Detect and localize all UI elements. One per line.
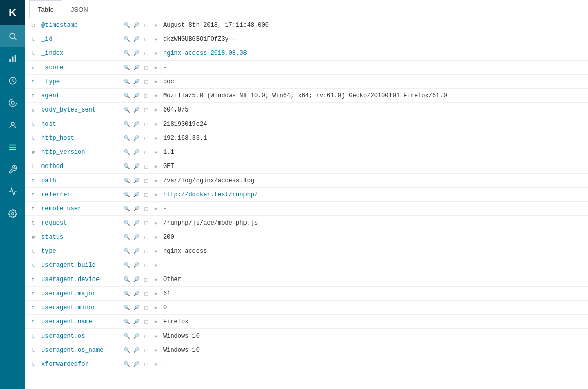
tab-table[interactable]: Table	[29, 0, 62, 18]
columns-icon[interactable]: ◫	[142, 304, 150, 312]
columns-icon[interactable]: ◫	[142, 35, 150, 43]
zoom-out-icon[interactable]: 🔎	[132, 290, 140, 298]
asterisk-icon[interactable]: ✱	[152, 120, 160, 128]
sidebar-item-settings[interactable]	[0, 203, 25, 225]
zoom-out-icon[interactable]: 🔎	[132, 275, 140, 284]
zoom-out-icon[interactable]: 🔎	[132, 247, 140, 255]
columns-icon[interactable]: ◫	[142, 332, 150, 340]
zoom-in-icon[interactable]: 🔍	[123, 191, 131, 199]
sidebar-item-dev-tools[interactable]	[0, 158, 25, 181]
columns-icon[interactable]: ◫	[142, 64, 150, 72]
zoom-in-icon[interactable]: 🔍	[123, 360, 131, 368]
sidebar-item-timelion[interactable]	[0, 92, 25, 114]
asterisk-icon[interactable]: ✱	[152, 219, 160, 227]
zoom-out-icon[interactable]: 🔎	[132, 304, 140, 312]
columns-icon[interactable]: ◫	[142, 233, 150, 241]
asterisk-icon[interactable]: ✱	[152, 318, 160, 326]
columns-icon[interactable]: ◫	[142, 247, 150, 255]
zoom-in-icon[interactable]: 🔍	[123, 332, 131, 340]
asterisk-icon[interactable]: ✱	[152, 360, 160, 368]
sidebar-item-discover[interactable]	[0, 25, 25, 47]
columns-icon[interactable]: ◫	[142, 191, 150, 199]
columns-icon[interactable]: ◫	[142, 78, 150, 86]
zoom-in-icon[interactable]: 🔍	[123, 120, 131, 128]
sidebar-item-dashboard[interactable]	[0, 70, 25, 92]
asterisk-icon[interactable]: ✱	[152, 49, 160, 58]
zoom-in-icon[interactable]: 🔍	[123, 233, 131, 241]
zoom-in-icon[interactable]: 🔍	[123, 21, 131, 29]
zoom-in-icon[interactable]: 🔍	[123, 261, 131, 269]
asterisk-icon[interactable]: ✱	[152, 261, 160, 269]
zoom-out-icon[interactable]: 🔎	[132, 106, 140, 114]
zoom-in-icon[interactable]: 🔍	[123, 35, 131, 43]
columns-icon[interactable]: ◫	[142, 261, 150, 269]
zoom-out-icon[interactable]: 🔎	[132, 78, 140, 86]
zoom-out-icon[interactable]: 🔎	[132, 92, 140, 100]
asterisk-icon[interactable]: ✱	[152, 275, 160, 284]
zoom-out-icon[interactable]: 🔎	[132, 162, 140, 171]
asterisk-icon[interactable]: ✱	[152, 177, 160, 185]
zoom-in-icon[interactable]: 🔍	[123, 78, 131, 86]
columns-icon[interactable]: ◫	[142, 120, 150, 128]
zoom-out-icon[interactable]: 🔎	[132, 205, 140, 213]
zoom-out-icon[interactable]: 🔎	[132, 21, 140, 29]
sidebar-item-management[interactable]	[0, 136, 25, 158]
zoom-out-icon[interactable]: 🔎	[132, 35, 140, 43]
asterisk-icon[interactable]: ✱	[152, 148, 160, 156]
zoom-out-icon[interactable]: 🔎	[132, 233, 140, 241]
zoom-in-icon[interactable]: 🔍	[123, 346, 131, 354]
columns-icon[interactable]: ◫	[142, 205, 150, 213]
zoom-in-icon[interactable]: 🔍	[123, 49, 131, 58]
zoom-in-icon[interactable]: 🔍	[123, 177, 131, 185]
columns-icon[interactable]: ◫	[142, 92, 150, 100]
asterisk-icon[interactable]: ✱	[152, 346, 160, 354]
zoom-out-icon[interactable]: 🔎	[132, 49, 140, 58]
zoom-in-icon[interactable]: 🔍	[123, 106, 131, 114]
columns-icon[interactable]: ◫	[142, 346, 150, 354]
zoom-out-icon[interactable]: 🔎	[132, 64, 140, 72]
zoom-out-icon[interactable]: 🔎	[132, 332, 140, 340]
asterisk-icon[interactable]: ✱	[152, 162, 160, 171]
asterisk-icon[interactable]: ✱	[152, 21, 160, 29]
zoom-in-icon[interactable]: 🔍	[123, 92, 131, 100]
columns-icon[interactable]: ◫	[142, 318, 150, 326]
columns-icon[interactable]: ◫	[142, 134, 150, 142]
zoom-in-icon[interactable]: 🔍	[123, 205, 131, 213]
columns-icon[interactable]: ◫	[142, 219, 150, 227]
asterisk-icon[interactable]: ✱	[152, 78, 160, 86]
asterisk-icon[interactable]: ✱	[152, 205, 160, 213]
zoom-out-icon[interactable]: 🔎	[132, 261, 140, 269]
zoom-in-icon[interactable]: 🔍	[123, 304, 131, 312]
zoom-in-icon[interactable]: 🔍	[123, 275, 131, 284]
asterisk-icon[interactable]: ✱	[152, 92, 160, 100]
asterisk-icon[interactable]: ✱	[152, 35, 160, 43]
zoom-out-icon[interactable]: 🔎	[132, 219, 140, 227]
asterisk-icon[interactable]: ✱	[152, 290, 160, 298]
columns-icon[interactable]: ◫	[142, 21, 150, 29]
zoom-in-icon[interactable]: 🔍	[123, 134, 131, 142]
columns-icon[interactable]: ◫	[142, 290, 150, 298]
zoom-out-icon[interactable]: 🔎	[132, 134, 140, 142]
zoom-out-icon[interactable]: 🔎	[132, 191, 140, 199]
columns-icon[interactable]: ◫	[142, 360, 150, 368]
zoom-out-icon[interactable]: 🔎	[132, 346, 140, 354]
asterisk-icon[interactable]: ✱	[152, 134, 160, 142]
asterisk-icon[interactable]: ✱	[152, 233, 160, 241]
columns-icon[interactable]: ◫	[142, 148, 150, 156]
sidebar-item-monitoring[interactable]	[0, 181, 25, 203]
columns-icon[interactable]: ◫	[142, 106, 150, 114]
zoom-in-icon[interactable]: 🔍	[123, 64, 131, 72]
asterisk-icon[interactable]: ✱	[152, 332, 160, 340]
asterisk-icon[interactable]: ✱	[152, 304, 160, 312]
zoom-out-icon[interactable]: 🔎	[132, 177, 140, 185]
zoom-in-icon[interactable]: 🔍	[123, 247, 131, 255]
sidebar-item-visualize[interactable]	[0, 47, 25, 70]
columns-icon[interactable]: ◫	[142, 177, 150, 185]
zoom-in-icon[interactable]: 🔍	[123, 219, 131, 227]
asterisk-icon[interactable]: ✱	[152, 106, 160, 114]
zoom-out-icon[interactable]: 🔎	[132, 318, 140, 326]
zoom-in-icon[interactable]: 🔍	[123, 318, 131, 326]
asterisk-icon[interactable]: ✱	[152, 191, 160, 199]
zoom-out-icon[interactable]: 🔎	[132, 120, 140, 128]
zoom-out-icon[interactable]: 🔎	[132, 148, 140, 156]
